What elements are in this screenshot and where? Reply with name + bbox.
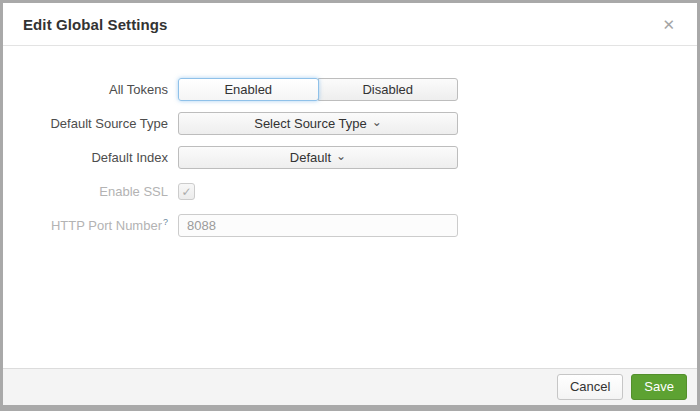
chevron-down-icon: ⌄ [372, 116, 382, 128]
default-index-value: Default [290, 150, 331, 165]
default-source-type-value: Select Source Type [254, 116, 367, 131]
http-port-input [178, 214, 458, 237]
enable-ssl-label: Enable SSL [23, 184, 168, 199]
dialog-footer: Cancel Save [3, 368, 697, 405]
help-marker: ? [163, 217, 168, 227]
default-index-label: Default Index [23, 150, 168, 165]
all-tokens-row: All Tokens Enabled Disabled [23, 78, 677, 101]
all-tokens-disabled-button[interactable]: Disabled [318, 78, 459, 101]
chevron-down-icon: ⌄ [336, 150, 346, 162]
http-port-row: HTTP Port Number? [23, 214, 677, 237]
close-icon[interactable]: ✕ [658, 15, 679, 34]
all-tokens-enabled-button[interactable]: Enabled [178, 78, 319, 101]
all-tokens-toggle: Enabled Disabled [178, 78, 458, 101]
dialog-title: Edit Global Settings [23, 16, 658, 33]
cancel-button[interactable]: Cancel [557, 374, 623, 400]
default-source-type-label: Default Source Type [23, 116, 168, 131]
dialog-frame: Edit Global Settings ✕ All Tokens Enable… [0, 0, 700, 411]
enable-ssl-row: Enable SSL ✓ [23, 180, 677, 203]
enable-ssl-checkbox: ✓ [178, 183, 195, 200]
save-button[interactable]: Save [631, 374, 687, 400]
default-source-type-row: Default Source Type Select Source Type ⌄ [23, 112, 677, 135]
checkmark-icon: ✓ [181, 186, 191, 198]
dialog-header: Edit Global Settings ✕ [3, 3, 697, 46]
default-source-type-dropdown[interactable]: Select Source Type ⌄ [178, 112, 458, 135]
http-port-label: HTTP Port Number? [23, 217, 168, 233]
default-index-row: Default Index Default ⌄ [23, 146, 677, 169]
dialog-body: All Tokens Enabled Disabled Default Sour… [3, 46, 697, 368]
all-tokens-label: All Tokens [23, 82, 168, 97]
default-index-dropdown[interactable]: Default ⌄ [178, 146, 458, 169]
edit-global-settings-dialog: Edit Global Settings ✕ All Tokens Enable… [3, 3, 697, 405]
